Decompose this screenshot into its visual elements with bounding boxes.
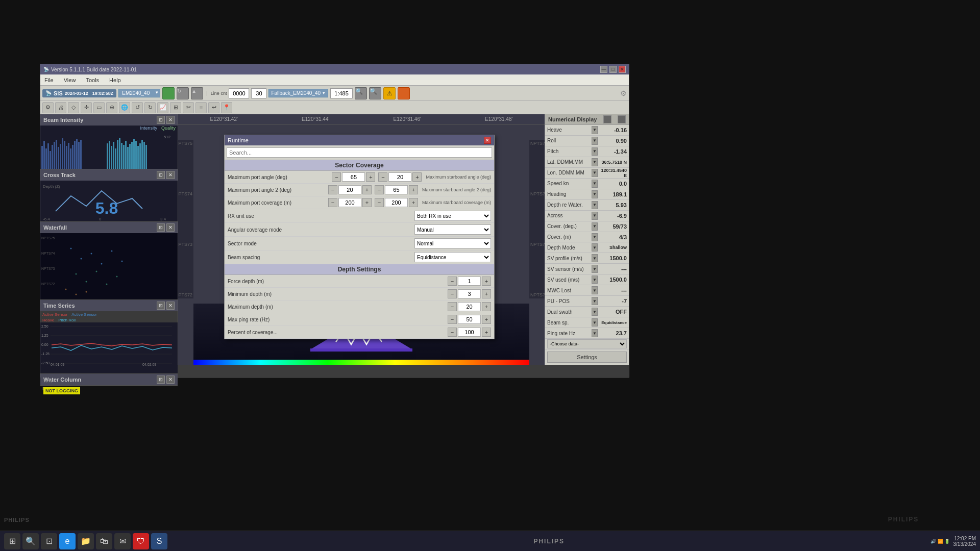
depth-water-dropdown[interactable]: ▼ — [592, 201, 598, 209]
port-cov-plus[interactable]: + — [362, 198, 372, 207]
tb2-btn-1[interactable]: ⚙ — [42, 102, 54, 113]
tb2-btn-3[interactable]: ◇ — [68, 102, 79, 113]
tb2-btn-6[interactable]: ⊕ — [106, 102, 117, 113]
maximize-button[interactable]: □ — [609, 66, 617, 73]
port-angle-plus[interactable]: + — [366, 172, 375, 182]
security[interactable]: 🛡 — [133, 533, 149, 549]
pct-cov-input[interactable] — [458, 328, 481, 337]
beam-intensity-expand[interactable]: ⊡ — [157, 116, 165, 124]
numerical-close[interactable]: ✕ — [618, 115, 626, 123]
sonar-model-dropdown[interactable]: EM2040_40 ▼ — [118, 89, 160, 97]
force-depth-plus[interactable]: + — [482, 277, 491, 286]
force-depth-input[interactable] — [458, 277, 481, 286]
beam-sp-dropdown[interactable]: ▼ — [592, 318, 598, 327]
min-depth-input[interactable] — [458, 289, 481, 298]
across-dropdown[interactable]: ▼ — [592, 212, 598, 220]
fallback-dropdown[interactable]: Fallback_EM2040_40 ▼ — [268, 89, 328, 97]
record-button[interactable] — [398, 87, 410, 99]
rx-unit-select[interactable]: Both RX in use — [414, 211, 491, 221]
pct-cov-minus[interactable]: − — [448, 328, 457, 337]
min-depth-minus[interactable]: − — [448, 289, 457, 298]
sv-sensor-dropdown[interactable]: ▼ — [592, 265, 598, 273]
tb2-btn-4[interactable]: ✛ — [81, 102, 92, 113]
tb2-btn-7[interactable]: 🌐 — [119, 102, 130, 113]
lat-dropdown[interactable]: ▼ — [592, 158, 598, 166]
stbd-angle2-minus[interactable]: − — [375, 185, 384, 194]
time-series-expand[interactable]: ⊡ — [157, 302, 165, 310]
zoom-out-button[interactable]: 🔍 — [355, 87, 367, 99]
numerical-settings-gear[interactable]: ⚙ — [620, 89, 627, 97]
stbd-angle2-input[interactable] — [385, 185, 408, 194]
max-depth-minus[interactable]: − — [448, 302, 457, 311]
stbd-angle-plus[interactable]: + — [412, 172, 422, 182]
max-depth-input[interactable] — [458, 302, 481, 311]
beam-spacing-select[interactable]: Equidistance — [414, 252, 491, 262]
heave-dropdown[interactable]: ▼ — [592, 126, 598, 134]
depth-mode-dropdown[interactable]: ▼ — [592, 243, 598, 252]
tb2-btn-15[interactable]: 📍 — [221, 102, 232, 113]
task-view[interactable]: ⊡ — [41, 533, 57, 549]
tb2-btn-9[interactable]: ↻ — [144, 102, 156, 113]
menu-file[interactable]: File — [42, 76, 56, 84]
mwc-lost-dropdown[interactable]: ▼ — [592, 286, 598, 294]
pitch-dropdown[interactable]: ▼ — [592, 147, 598, 156]
max-depth-plus[interactable]: + — [482, 302, 491, 311]
max-ping-plus[interactable]: + — [482, 315, 491, 324]
map-area[interactable]: NPTS75 NPTS74 NPTS73 NPTS72 NPTS75 NPTS7… — [178, 124, 545, 365]
tb2-btn-2[interactable]: 🖨 — [55, 102, 66, 113]
pu-pos-dropdown[interactable]: ▼ — [592, 297, 598, 305]
port-cov-input[interactable] — [338, 198, 361, 207]
cover-deg-dropdown[interactable]: ▼ — [592, 222, 598, 231]
menu-view[interactable]: View — [62, 76, 78, 84]
cover-m-dropdown[interactable]: ▼ — [592, 233, 598, 241]
refresh-button[interactable]: ↻ — [177, 87, 189, 99]
settings-button[interactable]: ▲ — [191, 87, 203, 99]
settings-button[interactable]: Settings — [547, 352, 627, 363]
minimize-button[interactable]: — — [600, 66, 607, 73]
waterfall-expand[interactable]: ⊡ — [157, 223, 165, 232]
sis-taskbar[interactable]: S — [151, 533, 167, 549]
dialog-title-bar[interactable]: Runtime ✕ — [225, 135, 494, 145]
zoom-in-button[interactable]: 🔍 — [369, 87, 381, 99]
numerical-minimize[interactable]: — — [603, 115, 611, 123]
port-angle2-minus[interactable]: − — [328, 185, 337, 194]
stbd-cov-input[interactable] — [385, 198, 408, 207]
zoom-input[interactable] — [330, 88, 353, 98]
warning-button[interactable]: ⚠ — [383, 87, 396, 99]
ping-rate-dropdown[interactable]: ▼ — [592, 329, 598, 337]
tb2-btn-12[interactable]: ✂ — [183, 102, 194, 113]
max-ping-minus[interactable]: − — [448, 315, 457, 324]
force-depth-minus[interactable]: − — [448, 277, 457, 286]
tb2-btn-13[interactable]: ≡ — [195, 102, 207, 113]
tb2-btn-5[interactable]: ▭ — [93, 102, 105, 113]
search-taskbar[interactable]: 🔍 — [22, 533, 39, 549]
tb2-btn-11[interactable]: ⊞ — [170, 102, 181, 113]
menu-tools[interactable]: Tools — [84, 76, 101, 84]
stbd-angle-input[interactable] — [388, 172, 411, 182]
cross-track-close[interactable]: ✕ — [166, 171, 175, 179]
sector-mode-select[interactable]: Normal — [414, 238, 491, 248]
line-counter-input[interactable] — [229, 88, 249, 98]
dual-swath-dropdown[interactable]: ▼ — [592, 308, 598, 316]
choose-data-select[interactable]: -Choose data- — [547, 339, 627, 348]
speed-dropdown[interactable]: ▼ — [592, 180, 598, 188]
store[interactable]: 🛍 — [96, 533, 112, 549]
time-series-close[interactable]: ✕ — [166, 302, 175, 310]
tb2-btn-10[interactable]: 📈 — [157, 102, 168, 113]
min-depth-plus[interactable]: + — [482, 289, 491, 298]
port-angle-minus[interactable]: − — [332, 172, 341, 182]
tb2-btn-8[interactable]: ↺ — [132, 102, 143, 113]
water-column-expand[interactable]: ⊡ — [157, 375, 165, 384]
tb2-btn-14[interactable]: ↩ — [208, 102, 219, 113]
stbd-angle-minus[interactable]: − — [378, 172, 387, 182]
port-angle2-input[interactable] — [338, 185, 361, 194]
close-button[interactable]: ✕ — [619, 66, 626, 73]
waterfall-close[interactable]: ✕ — [166, 223, 175, 232]
heading-dropdown[interactable]: ▼ — [592, 190, 598, 198]
sv-used-dropdown[interactable]: ▼ — [592, 276, 598, 284]
edge-browser[interactable]: e — [59, 533, 76, 549]
water-column-close[interactable]: ✕ — [166, 375, 175, 384]
port-angle-input[interactable] — [342, 172, 365, 182]
start-button[interactable] — [162, 87, 175, 99]
file-explorer[interactable]: 📁 — [78, 533, 94, 549]
